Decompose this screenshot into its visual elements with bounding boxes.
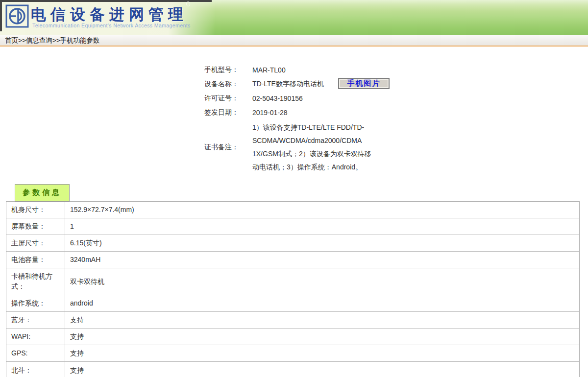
info-row-model: 手机型号： MAR-TL00 [204,63,410,77]
table-row: 蓝牙： 支持 [6,312,579,329]
param-value: 支持 [65,345,89,361]
param-label: 操作系统： [6,295,65,311]
remark-line: 1）该设备支持TD-LTE/LTE FDD/TD- [252,121,371,134]
param-label: GPS: [6,345,65,361]
param-value: 3240mAH [65,252,105,268]
param-label: WAPI: [6,329,65,345]
param-value: 6.15(英寸) [65,235,107,251]
issue-date-value: 2019-01-28 [252,109,288,117]
model-value: MAR-TL00 [252,66,286,74]
remark-line: 动电话机；3）操作系统：Android。 [252,161,371,174]
table-row: GPS: 支持 [6,345,579,362]
breadcrumb[interactable]: 首页>>信息查询>>手机功能参数 [5,36,100,45]
param-label: 机身尺寸： [6,202,65,218]
header-top-edge [0,0,212,2]
site-title: 电信设备进网管理 [31,4,188,25]
phone-photo-button[interactable]: 手机图片 [338,78,390,89]
info-row-remark: 证书备注： 1）该设备支持TD-LTE/LTE FDD/TD- SCDMA/WC… [204,121,410,174]
header-left-edge [0,0,2,31]
remark-line: SCDMA/WCDMA/cdma2000/CDMA [252,134,371,147]
issue-date-label: 签发日期： [204,108,252,117]
param-label: 北斗： [6,362,65,377]
main-content: 手机图片 手机型号： MAR-TL00 设备名称： TD-LTE数字移动电话机 … [0,63,588,377]
param-label: 屏幕数量： [6,218,65,235]
param-label: 电池容量： [6,252,65,268]
table-row: 卡槽和待机方式： 双卡双待机 [6,268,579,295]
table-row: 北斗： 支持 [6,362,579,377]
tab-parameter-info[interactable]: 参数信息 [15,184,70,202]
table-row: WAPI: 支持 [6,329,579,345]
remark-text: 1）该设备支持TD-LTE/LTE FDD/TD- SCDMA/WCDMA/cd… [252,121,371,174]
param-value: 支持 [65,312,89,328]
parameter-table: 机身尺寸： 152.9×72.7×7.4(mm) 屏幕数量： 1 主屏尺寸： 6… [6,201,580,377]
table-row: 屏幕数量： 1 [6,218,579,235]
info-row-license: 许可证号： 02-5043-190156 [204,91,410,105]
param-label: 主屏尺寸： [6,235,65,251]
model-label: 手机型号： [204,66,252,74]
table-row: 电池容量： 3240mAH [6,252,579,268]
license-value: 02-5043-190156 [252,94,303,102]
device-name-label: 设备名称： [204,80,252,89]
param-label: 卡槽和待机方式： [6,268,65,295]
header-banner: 电信设备进网管理 Telecommunication Equipment's N… [0,0,588,35]
param-value: 支持 [65,329,89,345]
table-row: 操作系统： android [6,295,579,312]
info-row-issue-date: 签发日期： 2019-01-28 [204,105,410,119]
param-label: 蓝牙： [6,312,65,328]
device-name-value: TD-LTE数字移动电话机 [252,80,324,89]
param-value: 双卡双待机 [65,268,109,295]
remark-label: 证书备注： [204,143,252,152]
table-row: 机身尺寸： 152.9×72.7×7.4(mm) [6,202,579,218]
remark-line: 1X/GSM制式；2）该设备为双卡双待移 [252,147,371,161]
tenaa-logo-icon [5,4,29,28]
license-label: 许可证号： [204,94,252,103]
param-value: 152.9×72.7×7.4(mm) [65,202,139,218]
param-value: 支持 [65,362,89,377]
breadcrumb-bar: 首页>>信息查询>>手机功能参数 [0,35,588,47]
site-subtitle: Telecommunication Equipment's Network Ac… [32,23,191,28]
param-value: 1 [65,218,79,235]
param-value: android [65,295,98,311]
table-row: 主屏尺寸： 6.15(英寸) [6,235,579,252]
